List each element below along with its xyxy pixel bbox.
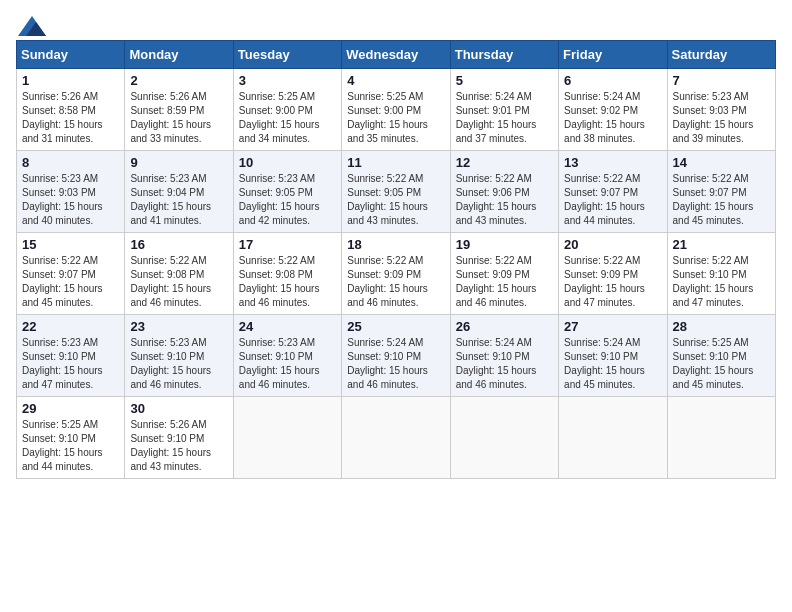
day-info: Sunrise: 5:23 AM Sunset: 9:10 PM Dayligh…: [22, 336, 119, 392]
calendar-cell: 26Sunrise: 5:24 AM Sunset: 9:10 PM Dayli…: [450, 315, 558, 397]
day-number: 2: [130, 73, 227, 88]
calendar-cell: [450, 397, 558, 479]
calendar-week-0: 1Sunrise: 5:26 AM Sunset: 8:58 PM Daylig…: [17, 69, 776, 151]
day-number: 17: [239, 237, 336, 252]
day-info: Sunrise: 5:22 AM Sunset: 9:08 PM Dayligh…: [130, 254, 227, 310]
calendar-cell: 27Sunrise: 5:24 AM Sunset: 9:10 PM Dayli…: [559, 315, 667, 397]
day-number: 28: [673, 319, 770, 334]
day-info: Sunrise: 5:22 AM Sunset: 9:06 PM Dayligh…: [456, 172, 553, 228]
day-info: Sunrise: 5:22 AM Sunset: 9:10 PM Dayligh…: [673, 254, 770, 310]
calendar-week-4: 29Sunrise: 5:25 AM Sunset: 9:10 PM Dayli…: [17, 397, 776, 479]
calendar-cell: 15Sunrise: 5:22 AM Sunset: 9:07 PM Dayli…: [17, 233, 125, 315]
day-info: Sunrise: 5:26 AM Sunset: 8:59 PM Dayligh…: [130, 90, 227, 146]
day-number: 20: [564, 237, 661, 252]
calendar-header-row: SundayMondayTuesdayWednesdayThursdayFrid…: [17, 41, 776, 69]
day-number: 12: [456, 155, 553, 170]
calendar-cell: 10Sunrise: 5:23 AM Sunset: 9:05 PM Dayli…: [233, 151, 341, 233]
day-number: 16: [130, 237, 227, 252]
day-info: Sunrise: 5:22 AM Sunset: 9:08 PM Dayligh…: [239, 254, 336, 310]
day-info: Sunrise: 5:22 AM Sunset: 9:09 PM Dayligh…: [347, 254, 444, 310]
calendar-body: 1Sunrise: 5:26 AM Sunset: 8:58 PM Daylig…: [17, 69, 776, 479]
day-info: Sunrise: 5:23 AM Sunset: 9:05 PM Dayligh…: [239, 172, 336, 228]
calendar-cell: 18Sunrise: 5:22 AM Sunset: 9:09 PM Dayli…: [342, 233, 450, 315]
day-number: 15: [22, 237, 119, 252]
calendar-cell: 25Sunrise: 5:24 AM Sunset: 9:10 PM Dayli…: [342, 315, 450, 397]
calendar-cell: 4Sunrise: 5:25 AM Sunset: 9:00 PM Daylig…: [342, 69, 450, 151]
calendar-cell: 17Sunrise: 5:22 AM Sunset: 9:08 PM Dayli…: [233, 233, 341, 315]
day-number: 10: [239, 155, 336, 170]
day-number: 30: [130, 401, 227, 416]
day-number: 4: [347, 73, 444, 88]
calendar-cell: 30Sunrise: 5:26 AM Sunset: 9:10 PM Dayli…: [125, 397, 233, 479]
day-info: Sunrise: 5:22 AM Sunset: 9:09 PM Dayligh…: [564, 254, 661, 310]
day-info: Sunrise: 5:23 AM Sunset: 9:10 PM Dayligh…: [130, 336, 227, 392]
day-info: Sunrise: 5:23 AM Sunset: 9:04 PM Dayligh…: [130, 172, 227, 228]
day-info: Sunrise: 5:23 AM Sunset: 9:03 PM Dayligh…: [673, 90, 770, 146]
day-number: 11: [347, 155, 444, 170]
day-number: 24: [239, 319, 336, 334]
calendar-cell: 9Sunrise: 5:23 AM Sunset: 9:04 PM Daylig…: [125, 151, 233, 233]
day-number: 3: [239, 73, 336, 88]
calendar-cell: 6Sunrise: 5:24 AM Sunset: 9:02 PM Daylig…: [559, 69, 667, 151]
logo-icon: [18, 16, 46, 36]
calendar-cell: 1Sunrise: 5:26 AM Sunset: 8:58 PM Daylig…: [17, 69, 125, 151]
day-number: 29: [22, 401, 119, 416]
calendar-cell: 2Sunrise: 5:26 AM Sunset: 8:59 PM Daylig…: [125, 69, 233, 151]
day-info: Sunrise: 5:26 AM Sunset: 8:58 PM Dayligh…: [22, 90, 119, 146]
calendar-cell: 12Sunrise: 5:22 AM Sunset: 9:06 PM Dayli…: [450, 151, 558, 233]
day-number: 23: [130, 319, 227, 334]
calendar-cell: 24Sunrise: 5:23 AM Sunset: 9:10 PM Dayli…: [233, 315, 341, 397]
day-number: 13: [564, 155, 661, 170]
calendar-cell: 7Sunrise: 5:23 AM Sunset: 9:03 PM Daylig…: [667, 69, 775, 151]
logo: [16, 16, 46, 32]
day-info: Sunrise: 5:24 AM Sunset: 9:02 PM Dayligh…: [564, 90, 661, 146]
calendar-table: SundayMondayTuesdayWednesdayThursdayFrid…: [16, 40, 776, 479]
day-info: Sunrise: 5:24 AM Sunset: 9:01 PM Dayligh…: [456, 90, 553, 146]
day-info: Sunrise: 5:25 AM Sunset: 9:10 PM Dayligh…: [22, 418, 119, 474]
day-number: 1: [22, 73, 119, 88]
day-info: Sunrise: 5:25 AM Sunset: 9:10 PM Dayligh…: [673, 336, 770, 392]
day-info: Sunrise: 5:25 AM Sunset: 9:00 PM Dayligh…: [347, 90, 444, 146]
calendar-week-3: 22Sunrise: 5:23 AM Sunset: 9:10 PM Dayli…: [17, 315, 776, 397]
day-info: Sunrise: 5:23 AM Sunset: 9:03 PM Dayligh…: [22, 172, 119, 228]
calendar-col-thursday: Thursday: [450, 41, 558, 69]
calendar-cell: 13Sunrise: 5:22 AM Sunset: 9:07 PM Dayli…: [559, 151, 667, 233]
calendar-cell: 5Sunrise: 5:24 AM Sunset: 9:01 PM Daylig…: [450, 69, 558, 151]
day-number: 19: [456, 237, 553, 252]
day-number: 14: [673, 155, 770, 170]
day-info: Sunrise: 5:22 AM Sunset: 9:07 PM Dayligh…: [564, 172, 661, 228]
page-header: [16, 16, 776, 32]
calendar-cell: 19Sunrise: 5:22 AM Sunset: 9:09 PM Dayli…: [450, 233, 558, 315]
calendar-cell: 16Sunrise: 5:22 AM Sunset: 9:08 PM Dayli…: [125, 233, 233, 315]
calendar-week-1: 8Sunrise: 5:23 AM Sunset: 9:03 PM Daylig…: [17, 151, 776, 233]
calendar-cell: 11Sunrise: 5:22 AM Sunset: 9:05 PM Dayli…: [342, 151, 450, 233]
day-number: 22: [22, 319, 119, 334]
calendar-col-monday: Monday: [125, 41, 233, 69]
calendar-col-tuesday: Tuesday: [233, 41, 341, 69]
day-info: Sunrise: 5:22 AM Sunset: 9:07 PM Dayligh…: [673, 172, 770, 228]
calendar-cell: 28Sunrise: 5:25 AM Sunset: 9:10 PM Dayli…: [667, 315, 775, 397]
day-info: Sunrise: 5:22 AM Sunset: 9:09 PM Dayligh…: [456, 254, 553, 310]
day-number: 18: [347, 237, 444, 252]
calendar-cell: [667, 397, 775, 479]
calendar-cell: [233, 397, 341, 479]
day-number: 25: [347, 319, 444, 334]
calendar-col-sunday: Sunday: [17, 41, 125, 69]
calendar-cell: 3Sunrise: 5:25 AM Sunset: 9:00 PM Daylig…: [233, 69, 341, 151]
day-info: Sunrise: 5:24 AM Sunset: 9:10 PM Dayligh…: [564, 336, 661, 392]
calendar-cell: 29Sunrise: 5:25 AM Sunset: 9:10 PM Dayli…: [17, 397, 125, 479]
day-number: 9: [130, 155, 227, 170]
day-number: 6: [564, 73, 661, 88]
day-info: Sunrise: 5:23 AM Sunset: 9:10 PM Dayligh…: [239, 336, 336, 392]
day-info: Sunrise: 5:22 AM Sunset: 9:05 PM Dayligh…: [347, 172, 444, 228]
calendar-col-wednesday: Wednesday: [342, 41, 450, 69]
calendar-week-2: 15Sunrise: 5:22 AM Sunset: 9:07 PM Dayli…: [17, 233, 776, 315]
calendar-cell: 20Sunrise: 5:22 AM Sunset: 9:09 PM Dayli…: [559, 233, 667, 315]
calendar-cell: 8Sunrise: 5:23 AM Sunset: 9:03 PM Daylig…: [17, 151, 125, 233]
day-info: Sunrise: 5:22 AM Sunset: 9:07 PM Dayligh…: [22, 254, 119, 310]
day-number: 8: [22, 155, 119, 170]
calendar-col-friday: Friday: [559, 41, 667, 69]
day-info: Sunrise: 5:25 AM Sunset: 9:00 PM Dayligh…: [239, 90, 336, 146]
calendar-cell: 14Sunrise: 5:22 AM Sunset: 9:07 PM Dayli…: [667, 151, 775, 233]
day-number: 27: [564, 319, 661, 334]
